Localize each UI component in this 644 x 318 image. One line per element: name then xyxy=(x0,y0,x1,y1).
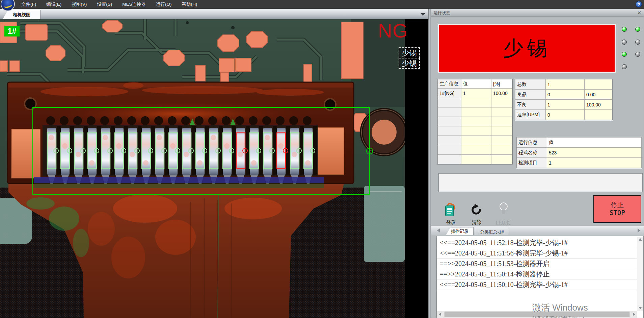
table-cell: 速率[UPM] xyxy=(515,110,546,120)
panel-titlebar: 运行状态 ✕ xyxy=(431,9,644,17)
tab-camera-view[interactable]: 相机视图 xyxy=(3,10,41,19)
help-icon[interactable]: ? xyxy=(636,1,642,7)
table-cell xyxy=(438,136,461,145)
table-cell xyxy=(438,155,461,164)
vertical-scrollbar[interactable] xyxy=(637,237,643,311)
table-cell xyxy=(491,126,512,136)
log-entry: <<==2024-05-05_11:51:56-检测完毕-少锡-1# xyxy=(437,248,637,259)
table-cell: 检测项目 xyxy=(517,158,547,168)
status-led xyxy=(635,40,640,45)
table-cell xyxy=(438,107,461,117)
camera-viewport[interactable]: 1# NG 少锡 少锡 xyxy=(0,19,428,318)
clear-label: 清除 xyxy=(466,220,487,226)
run-status-panel: 运行状态 ✕ 少锡 生产信息值[%]1#[NG]1100.00 总数1良品00.… xyxy=(431,9,644,318)
log-tab-2[interactable]: 分类汇总-1# xyxy=(475,228,509,235)
scroll-down-icon[interactable] xyxy=(637,305,643,311)
table-cell xyxy=(438,98,461,107)
pane-splitter[interactable] xyxy=(428,9,431,318)
table-cell: 0 xyxy=(546,90,585,100)
table-cell: 运行信息 xyxy=(517,138,547,148)
table-cell xyxy=(585,79,612,90)
id-badge-icon xyxy=(444,201,458,217)
result-banner-text: 少锡 xyxy=(503,35,551,62)
menu-item-4[interactable]: 设置(S) xyxy=(92,0,117,9)
table-cell: [%] xyxy=(491,79,512,89)
table-cell: 不良 xyxy=(515,100,546,110)
table-cell: 0.00 xyxy=(585,90,612,100)
menu-item-6[interactable]: 运行(O) xyxy=(151,0,177,9)
status-led xyxy=(622,52,627,57)
menu-item-1[interactable]: 文件(F) xyxy=(16,0,41,9)
table-cell xyxy=(491,98,512,107)
status-led xyxy=(622,27,627,32)
table-cell: 1 xyxy=(547,158,642,168)
production-table: 生产信息值[%]1#[NG]1100.00 xyxy=(437,79,512,164)
table-cell xyxy=(491,155,512,164)
table-cell xyxy=(438,117,461,126)
result-banner: 少锡 xyxy=(438,24,616,73)
led-label: LED 灯 xyxy=(492,220,515,226)
table-cell xyxy=(491,136,512,145)
table-cell: 良品 xyxy=(515,90,546,100)
menu-item-2[interactable]: 编辑(E) xyxy=(41,0,66,9)
stop-label-en: STOP xyxy=(610,209,625,217)
refresh-icon xyxy=(471,202,483,217)
camera-id-badge: 1# xyxy=(4,26,20,36)
table-cell xyxy=(461,126,491,136)
scroll-left-icon[interactable] xyxy=(437,311,443,318)
status-led xyxy=(635,27,640,32)
table-cell xyxy=(491,145,512,155)
chevron-down-icon[interactable] xyxy=(421,13,425,16)
run-info-table: 运行信息值程式名称523检测项目1 xyxy=(516,137,642,168)
table-cell: 1 xyxy=(546,79,585,90)
table-cell xyxy=(585,110,612,120)
log-entry: ==>>2024-05-05_11:51:53-检测器开启 xyxy=(437,259,637,269)
menu-item-7[interactable]: 帮助(H) xyxy=(177,0,203,9)
menu-item-3[interactable]: 视图(V) xyxy=(66,0,92,9)
windows-activation-watermark: 激活 Windows 转到“设置”以激活 Windows。 xyxy=(532,302,598,318)
login-label: 登录 xyxy=(439,220,463,226)
pcb-photo xyxy=(0,19,405,318)
table-cell xyxy=(491,117,512,126)
defect-label: 少锡 xyxy=(399,58,420,69)
login-button[interactable]: 登录 xyxy=(439,201,463,226)
clear-button[interactable]: 清除 xyxy=(466,202,487,226)
menu-item-5[interactable]: MES连接器 xyxy=(117,0,151,9)
table-cell: 100.00 xyxy=(585,100,612,110)
table-cell xyxy=(461,145,491,155)
light-bulb-icon xyxy=(499,202,509,217)
table-cell: 1#[NG] xyxy=(438,89,461,98)
menu-bar: 文件(F)编辑(E)视图(V)设置(S)MES连接器运行(O)帮助(H) ? xyxy=(0,0,644,9)
stop-button[interactable]: 停止 STOP xyxy=(593,195,641,223)
scroll-right-icon[interactable] xyxy=(631,311,637,318)
tab-scroll-left-icon[interactable] xyxy=(437,228,440,233)
table-cell: 523 xyxy=(547,148,642,158)
table-cell xyxy=(461,136,491,145)
inspection-result-text: NG xyxy=(378,19,408,42)
log-entry: ==>>2024-05-05_11:50:14-检测器停止 xyxy=(437,269,637,279)
led-light-button[interactable]: LED 灯 xyxy=(492,202,515,226)
table-cell: 程式名称 xyxy=(517,148,547,158)
table-cell: 值 xyxy=(547,138,642,148)
log-rows: <<==2024-05-05_11:52:18-检测完毕-少锡-1#<<==20… xyxy=(437,238,637,311)
table-cell: 值 xyxy=(461,79,491,89)
log-tab-1[interactable]: 操作记录 xyxy=(446,227,474,235)
table-cell xyxy=(491,107,512,117)
table-cell: 0 xyxy=(546,110,585,120)
tab-scroll-right-icon[interactable] xyxy=(638,228,640,233)
log-entry: <<==2024-05-05_11:50:10-检测完毕-少锡-1# xyxy=(437,279,637,290)
log-entry: <<==2024-05-05_11:52:18-检测完毕-少锡-1# xyxy=(437,238,637,248)
menu-items: 文件(F)编辑(E)视图(V)设置(S)MES连接器运行(O)帮助(H) xyxy=(16,0,202,9)
table-cell: 1 xyxy=(461,89,491,98)
stats-table: 总数1良品00.00不良1100.00速率[UPM]0 xyxy=(515,79,612,120)
status-led xyxy=(622,64,627,69)
table-cell xyxy=(461,117,491,126)
table-cell: 1 xyxy=(546,100,585,110)
table-cell: 生产信息 xyxy=(438,79,461,89)
table-cell xyxy=(461,155,491,164)
table-cell xyxy=(461,107,491,117)
close-icon[interactable]: ✕ xyxy=(637,10,641,16)
defect-label: 少锡 xyxy=(399,47,420,58)
table-cell: 100.00 xyxy=(491,89,512,98)
scroll-up-icon[interactable] xyxy=(637,237,643,242)
